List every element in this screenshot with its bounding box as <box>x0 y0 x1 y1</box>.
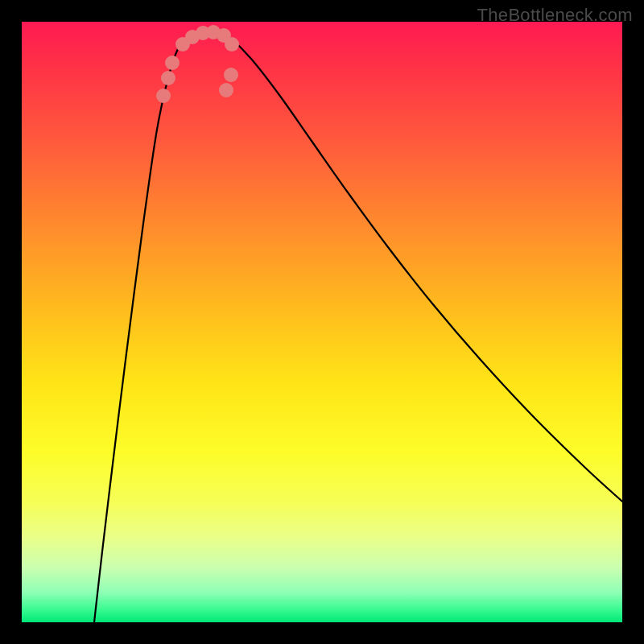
valley-marker-dot <box>219 83 233 97</box>
curve-layer <box>22 22 622 622</box>
valley-marker-dot <box>224 68 238 82</box>
plot-area <box>22 22 622 622</box>
bottleneck-curve <box>94 30 622 622</box>
chart-frame: TheBottleneck.com <box>0 0 644 644</box>
valley-marker-dot <box>156 89 171 103</box>
bottleneck-curve-path <box>94 30 622 622</box>
watermark-text: TheBottleneck.com <box>477 5 633 26</box>
valley-marker-dot <box>225 37 239 52</box>
valley-marker-dot <box>165 56 180 70</box>
valley-markers <box>156 25 239 103</box>
valley-marker-dot <box>161 71 175 85</box>
